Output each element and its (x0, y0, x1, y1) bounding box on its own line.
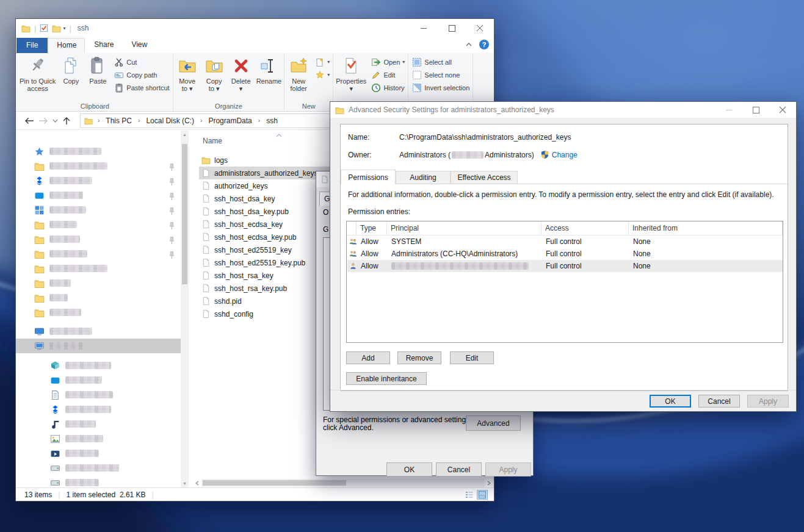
sidebar-item[interactable] (16, 173, 181, 188)
ok-button[interactable]: OK (650, 395, 691, 408)
minimize-button[interactable] (410, 19, 438, 37)
horizontal-scrollbar[interactable] (193, 479, 493, 487)
breadcrumb-item[interactable]: Local Disk (C:) (145, 117, 195, 125)
up-button[interactable] (62, 117, 71, 125)
folder-icon[interactable] (21, 24, 31, 33)
column-header[interactable]: Access (541, 221, 629, 235)
cut-button[interactable]: Cut (114, 57, 169, 67)
sidebar-item[interactable] (16, 203, 181, 217)
permission-entry-row[interactable]: Allow Full control None (347, 260, 783, 272)
newitem-button[interactable]: ▾ (315, 57, 330, 67)
paste-shortcut-button[interactable]: Paste shortcut (114, 82, 169, 93)
column-header-name[interactable]: Name (203, 137, 222, 145)
add-button[interactable]: Add (346, 351, 390, 364)
column-header[interactable]: Inherited from (629, 221, 783, 235)
sidebar-item[interactable] (16, 339, 189, 353)
sidebar-item[interactable] (16, 387, 181, 402)
invert-selection-button[interactable]: Invert selection (412, 82, 469, 93)
sidebar-item[interactable] (16, 431, 181, 446)
sidebar-item[interactable] (16, 276, 181, 290)
collapse-ribbon-icon[interactable] (466, 43, 472, 46)
sort-indicator[interactable] (276, 134, 282, 137)
permission-entry-row[interactable]: Allow SYSTEM Full control None (347, 235, 783, 248)
column-header[interactable]: Principal (387, 221, 541, 235)
breadcrumb-item[interactable]: ssh (265, 117, 279, 125)
maximize-button[interactable] (438, 19, 466, 37)
scroll-left-icon[interactable] (193, 481, 201, 486)
help-icon[interactable]: ? (479, 40, 489, 49)
back-button[interactable] (24, 117, 34, 124)
sidebar-item[interactable] (16, 358, 181, 373)
sidebar-item[interactable] (16, 261, 181, 276)
edit-button[interactable]: Edit (450, 351, 494, 364)
sidebar-scrollbar[interactable]: ▲ ▼ (181, 131, 189, 487)
breadcrumb-chevron[interactable]: › (256, 117, 262, 124)
tab-effective-access[interactable]: Effective Access (451, 171, 518, 184)
new-folder-button[interactable]: New folder (285, 55, 312, 92)
sidebar-item[interactable] (16, 188, 181, 203)
large-icons-view-button[interactable] (477, 490, 488, 500)
ribbon-tab-home[interactable]: Home (48, 38, 85, 53)
file-row[interactable]: logs (199, 154, 339, 167)
select-all-button[interactable]: Select all (412, 57, 469, 67)
scroll-right-icon[interactable] (485, 481, 493, 486)
advanced-button[interactable]: Advanced (466, 415, 521, 431)
tab-auditing[interactable]: Auditing (396, 171, 451, 184)
minimize-button[interactable] (715, 102, 742, 118)
permission-entry-row[interactable]: Allow Administrators (CC-HQ\Administrato… (347, 248, 783, 260)
ribbon-tab-file[interactable]: File (16, 38, 48, 53)
breadcrumb-item[interactable]: This PC (104, 117, 133, 125)
apply-button[interactable]: Apply (747, 395, 789, 408)
copy-path-button[interactable]: Copy path (114, 70, 169, 80)
change-owner-link[interactable]: Change (552, 151, 578, 159)
properties-button[interactable]: Properties ▾ (334, 55, 368, 92)
sidebar-item[interactable] (16, 324, 181, 339)
remove-button[interactable]: Remove (397, 351, 441, 364)
breadcrumb-chevron[interactable]: › (136, 117, 142, 124)
edit-button[interactable]: Edit (371, 70, 405, 80)
close-button[interactable] (769, 102, 796, 118)
delete-button[interactable]: Delete ▾ (228, 55, 255, 92)
scroll-up-icon[interactable]: ▲ (183, 132, 187, 137)
easyaccess-button[interactable]: ▾ (315, 70, 330, 80)
history-button[interactable]: History (371, 82, 405, 93)
select-none-button[interactable]: Select none (412, 70, 469, 80)
column-header[interactable]: Type (357, 221, 387, 235)
ribbon-tab-share[interactable]: Share (85, 38, 122, 53)
rename-button[interactable]: Rename (255, 55, 284, 85)
sidebar-item[interactable] (16, 373, 181, 387)
ok-button[interactable]: OK (386, 462, 432, 476)
cancel-button[interactable]: Cancel (436, 462, 482, 476)
sidebar-item[interactable] (16, 217, 181, 232)
sidebar-item[interactable] (16, 290, 181, 305)
breadcrumb-item[interactable]: ProgramData (207, 117, 253, 125)
enable-inheritance-button[interactable]: Enable inheritance (346, 372, 427, 385)
copy-to-button[interactable]: Copy to ▾ (201, 55, 228, 92)
sidebar-item[interactable] (16, 246, 181, 261)
sidebar-item[interactable] (16, 461, 181, 475)
paste-button[interactable]: Paste (84, 55, 111, 85)
apply-button[interactable]: Apply (485, 462, 531, 476)
pin-to-quick-access-button[interactable]: Pin to Quick access (18, 55, 57, 92)
folder-icon[interactable] (52, 24, 61, 33)
tab-permissions[interactable]: Permissions (341, 170, 396, 184)
maximize-button[interactable] (742, 102, 769, 118)
sidebar-item[interactable] (16, 232, 181, 246)
sidebar-item[interactable] (16, 305, 181, 320)
ribbon-tab-view[interactable]: View (123, 38, 156, 53)
sidebar-item[interactable] (16, 402, 181, 417)
sidebar-item[interactable] (16, 446, 181, 461)
open-button[interactable]: Open▾ (371, 57, 405, 67)
scroll-down-icon[interactable]: ▼ (183, 481, 187, 486)
sidebar-item[interactable] (16, 159, 181, 173)
details-view-button[interactable] (463, 490, 474, 500)
breadcrumb-chevron[interactable]: › (198, 117, 204, 124)
sidebar-item[interactable] (16, 144, 181, 159)
properties-quick-icon[interactable] (40, 24, 48, 32)
move-to-button[interactable]: Move to ▾ (174, 55, 201, 92)
sidebar-item[interactable] (16, 417, 181, 431)
forward-button[interactable] (38, 117, 48, 124)
chevron-down-icon[interactable]: ▾ (63, 26, 65, 31)
copy-button[interactable]: Copy (57, 55, 84, 85)
recent-locations-icon[interactable] (53, 119, 58, 123)
